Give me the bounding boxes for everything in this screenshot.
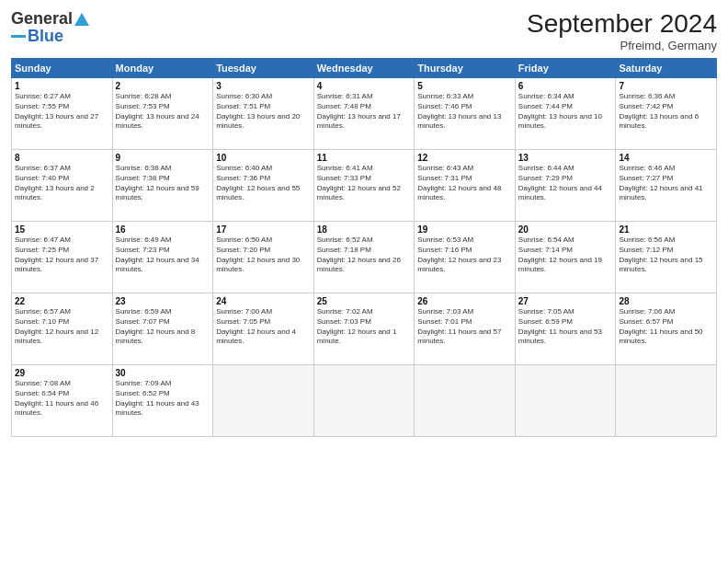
col-sunday: Sunday (12, 59, 113, 78)
day-7: 7 Sunrise: 6:36 AMSunset: 7:42 PMDayligh… (616, 78, 717, 150)
day-4: 4 Sunrise: 6:31 AMSunset: 7:48 PMDayligh… (313, 78, 415, 150)
empty-cell-2 (313, 365, 415, 437)
day-8: 8 Sunrise: 6:37 AMSunset: 7:40 PMDayligh… (12, 150, 113, 222)
day-27: 27 Sunrise: 7:05 AMSunset: 6:59 PMDaylig… (515, 293, 616, 365)
week-row-2: 8 Sunrise: 6:37 AMSunset: 7:40 PMDayligh… (12, 150, 717, 222)
week-row-5: 29 Sunrise: 7:08 AMSunset: 6:54 PMDaylig… (12, 365, 717, 437)
month-title: September 2024 (527, 9, 717, 39)
empty-cell-1 (213, 365, 314, 437)
logo: General Blue (11, 9, 90, 46)
svg-marker-0 (74, 13, 89, 26)
day-18: 18 Sunrise: 6:52 AMSunset: 7:18 PMDaylig… (313, 222, 415, 293)
day-24: 24 Sunrise: 7:00 AMSunset: 7:05 PMDaylig… (213, 293, 314, 365)
day-29: 29 Sunrise: 7:08 AMSunset: 6:54 PMDaylig… (12, 365, 113, 437)
day-17: 17 Sunrise: 6:50 AMSunset: 7:20 PMDaylig… (213, 222, 314, 293)
col-tuesday: Tuesday (213, 59, 314, 78)
col-thursday: Thursday (415, 59, 516, 78)
day-22: 22 Sunrise: 6:57 AMSunset: 7:10 PMDaylig… (12, 293, 113, 365)
day-9: 9 Sunrise: 6:38 AMSunset: 7:38 PMDayligh… (112, 150, 213, 222)
day-3: 3 Sunrise: 6:30 AMSunset: 7:51 PMDayligh… (213, 78, 314, 150)
day-19: 19 Sunrise: 6:53 AMSunset: 7:16 PMDaylig… (415, 222, 516, 293)
week-row-4: 22 Sunrise: 6:57 AMSunset: 7:10 PMDaylig… (12, 293, 717, 365)
col-monday: Monday (112, 59, 213, 78)
day-16: 16 Sunrise: 6:49 AMSunset: 7:23 PMDaylig… (112, 222, 213, 293)
day-25: 25 Sunrise: 7:02 AMSunset: 7:03 PMDaylig… (313, 293, 415, 365)
day-23: 23 Sunrise: 6:59 AMSunset: 7:07 PMDaylig… (112, 293, 213, 365)
day-26: 26 Sunrise: 7:03 AMSunset: 7:01 PMDaylig… (415, 293, 516, 365)
week-row-1: 1 Sunrise: 6:27 AMSunset: 7:55 PMDayligh… (12, 78, 717, 150)
week-row-3: 15 Sunrise: 6:47 AMSunset: 7:25 PMDaylig… (12, 222, 717, 293)
empty-cell-4 (515, 365, 616, 437)
day-6: 6 Sunrise: 6:34 AMSunset: 7:44 PMDayligh… (515, 78, 616, 150)
col-wednesday: Wednesday (313, 59, 415, 78)
day-28: 28 Sunrise: 7:06 AMSunset: 6:57 PMDaylig… (616, 293, 717, 365)
day-14: 14 Sunrise: 6:46 AMSunset: 7:27 PMDaylig… (616, 150, 717, 222)
calendar-table: Sunday Monday Tuesday Wednesday Thursday… (11, 58, 717, 437)
logo-block: General Blue (11, 9, 90, 46)
empty-cell-3 (415, 365, 516, 437)
day-15: 15 Sunrise: 6:47 AMSunset: 7:25 PMDaylig… (12, 222, 113, 293)
logo-general: General (11, 9, 73, 29)
day-10: 10 Sunrise: 6:40 AMSunset: 7:36 PMDaylig… (213, 150, 314, 222)
logo-blue: Blue (28, 27, 63, 46)
day-13: 13 Sunrise: 6:44 AMSunset: 7:29 PMDaylig… (515, 150, 616, 222)
title-block: September 2024 Pfreimd, Germany (527, 9, 717, 52)
col-friday: Friday (515, 59, 616, 78)
day-2: 2 Sunrise: 6:28 AMSunset: 7:53 PMDayligh… (112, 78, 213, 150)
empty-cell-5 (616, 365, 717, 437)
col-saturday: Saturday (616, 59, 717, 78)
header: General Blue September 2024 Pfreimd, Ger… (11, 9, 717, 52)
day-12: 12 Sunrise: 6:43 AMSunset: 7:31 PMDaylig… (415, 150, 516, 222)
location: Pfreimd, Germany (527, 39, 717, 52)
logo-triangle-icon (74, 11, 90, 28)
day-30: 30 Sunrise: 7:09 AMSunset: 6:52 PMDaylig… (112, 365, 213, 437)
day-11: 11 Sunrise: 6:41 AMSunset: 7:33 PMDaylig… (313, 150, 415, 222)
day-1: 1 Sunrise: 6:27 AMSunset: 7:55 PMDayligh… (12, 78, 113, 150)
day-21: 21 Sunrise: 6:56 AMSunset: 7:12 PMDaylig… (616, 222, 717, 293)
day-5: 5 Sunrise: 6:33 AMSunset: 7:46 PMDayligh… (415, 78, 516, 150)
page: General Blue September 2024 Pfreimd, Ger… (0, 0, 728, 563)
day-20: 20 Sunrise: 6:54 AMSunset: 7:14 PMDaylig… (515, 222, 616, 293)
